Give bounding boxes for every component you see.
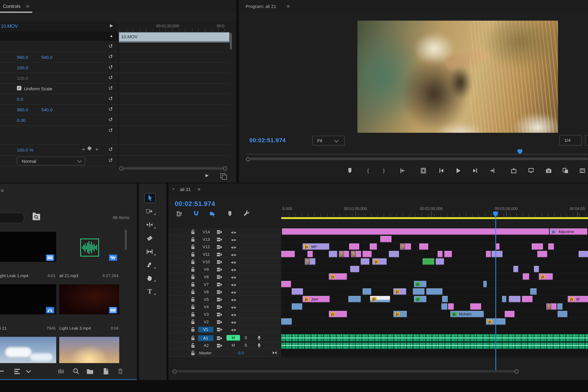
toggle-track-output-eye-icon[interactable] (230, 282, 236, 286)
track-header-V1[interactable]: V1 (168, 326, 281, 333)
timeline-clip[interactable] (400, 244, 411, 250)
sync-lock-icon[interactable] (216, 236, 222, 242)
track-name[interactable]: A1 (198, 335, 213, 341)
track-header-V14[interactable]: V14 (168, 228, 281, 235)
audio-waveform[interactable] (281, 334, 588, 341)
timeline-clip[interactable] (281, 251, 295, 257)
track-name[interactable]: V10 (201, 259, 211, 264)
lock-icon[interactable] (190, 343, 195, 348)
linked-selection-button[interactable] (209, 210, 216, 217)
sync-lock-icon[interactable] (216, 229, 222, 234)
lock-icon[interactable] (190, 327, 195, 332)
sync-lock-icon[interactable] (216, 252, 222, 257)
timeline-clip[interactable]: fxAdjustme (550, 228, 587, 235)
track-lane-V12[interactable]: fxMP (281, 243, 588, 250)
timeline-clip[interactable]: fx (414, 281, 426, 287)
track-lane-V4[interactable] (281, 303, 588, 310)
sync-lock-icon[interactable] (216, 259, 222, 264)
toggle-track-output-eye-icon[interactable] (230, 267, 236, 272)
bowtie-icon[interactable] (272, 350, 277, 356)
track-name[interactable]: V11 (201, 252, 211, 256)
timeline-clip[interactable] (438, 251, 443, 257)
track-lane-V5[interactable]: fxJamfxfxfxM (281, 296, 588, 303)
solo-button[interactable]: S (245, 343, 247, 348)
timeline-clip[interactable] (557, 304, 563, 310)
track-name[interactable]: V14 (201, 230, 211, 234)
lock-icon[interactable] (190, 237, 195, 242)
timeline-clip[interactable] (486, 251, 491, 257)
track-lane-A1[interactable] (281, 334, 588, 341)
timeline-clip[interactable] (281, 281, 291, 287)
sync-lock-icon[interactable] (216, 266, 222, 272)
timeline-settings-button[interactable] (243, 210, 250, 217)
track-header-V10[interactable]: V10 (168, 258, 281, 265)
work-area-bar[interactable] (281, 217, 588, 219)
timeline-clip[interactable] (426, 288, 442, 295)
toggle-track-output-eye-icon[interactable] (230, 327, 236, 332)
timeline-clip[interactable] (502, 296, 506, 302)
track-name[interactable]: V12 (201, 244, 211, 249)
track-lane-V7[interactable]: fx (281, 280, 588, 288)
toggle-track-output-eye-icon[interactable] (230, 312, 236, 316)
timeline-clip[interactable] (547, 304, 557, 310)
timeline-clip[interactable] (484, 281, 487, 287)
sync-lock-icon[interactable] (216, 289, 222, 294)
timeline-clip[interactable] (532, 244, 543, 250)
lock-icon[interactable] (190, 259, 195, 264)
timeline-clip[interactable] (579, 251, 588, 257)
sync-lock-icon[interactable] (216, 296, 222, 302)
timeline-clip[interactable] (361, 258, 370, 265)
sync-lock-icon[interactable] (216, 304, 222, 310)
track-header-V13[interactable]: V13 (168, 236, 281, 243)
track-name[interactable]: Master (199, 350, 212, 355)
master-level-value[interactable]: 0.0 (238, 350, 244, 355)
lock-icon[interactable] (190, 319, 195, 324)
lock-icon[interactable] (190, 282, 195, 287)
timeline-clip[interactable] (349, 244, 359, 250)
lock-icon[interactable] (190, 335, 195, 341)
track-header-Master[interactable]: Master0.0 (168, 349, 281, 356)
fx-badge[interactable]: fx (395, 312, 400, 316)
sync-lock-icon[interactable] (216, 319, 222, 324)
timeline-zoom-scrollbar[interactable] (177, 370, 516, 372)
toggle-track-output-eye-icon[interactable] (230, 252, 236, 256)
timeline-clip[interactable] (348, 296, 361, 302)
track-header-V7[interactable]: V7 (168, 280, 281, 288)
timeline-clip[interactable] (448, 304, 454, 310)
toggle-track-output-eye-icon[interactable] (230, 260, 236, 264)
toggle-track-output-eye-icon[interactable] (230, 274, 236, 279)
timeline-clip[interactable] (513, 266, 518, 272)
sync-lock-icon[interactable] (216, 282, 222, 287)
timeline-clip[interactable] (530, 288, 537, 295)
timeline-clip[interactable] (436, 258, 444, 265)
track-lane-V3[interactable]: fxfxfxMuham (281, 310, 588, 318)
fx-badge[interactable]: fx (541, 274, 546, 279)
track-lane-V11[interactable] (281, 250, 588, 258)
sync-lock-icon[interactable] (216, 335, 222, 341)
timeline-clip[interactable] (292, 288, 303, 295)
timeline-clip[interactable] (350, 266, 359, 272)
track-lane-V13[interactable] (281, 236, 588, 243)
sync-lock-icon[interactable] (216, 274, 222, 280)
timeline-clip[interactable]: fx (372, 258, 387, 265)
toggle-track-output-eye-icon[interactable] (230, 305, 236, 309)
track-name[interactable]: V7 (201, 282, 211, 286)
solo-button[interactable]: S (245, 335, 247, 340)
fx-badge[interactable]: fx (330, 274, 335, 279)
mute-button[interactable]: M (227, 335, 240, 340)
track-name[interactable]: V1 (198, 326, 213, 332)
lock-icon[interactable] (190, 244, 195, 250)
timeline-clip[interactable] (523, 273, 529, 280)
track-name[interactable]: V9 (201, 267, 211, 271)
track-lane-A2[interactable] (281, 342, 588, 349)
track-header-V6[interactable]: V6 (168, 288, 281, 295)
timeline-clip[interactable] (282, 228, 549, 235)
timeline-clip[interactable] (423, 258, 434, 265)
track-lane-V8[interactable]: fxfx (281, 273, 588, 280)
lock-icon[interactable] (190, 274, 195, 280)
timeline-clip[interactable]: fx (329, 311, 347, 317)
voiceover-mic-icon[interactable] (257, 342, 261, 348)
timeline-clip[interactable]: fx (414, 296, 426, 302)
timeline-clip[interactable]: fx (539, 273, 553, 280)
track-header-A1[interactable]: A1MS (168, 334, 281, 341)
